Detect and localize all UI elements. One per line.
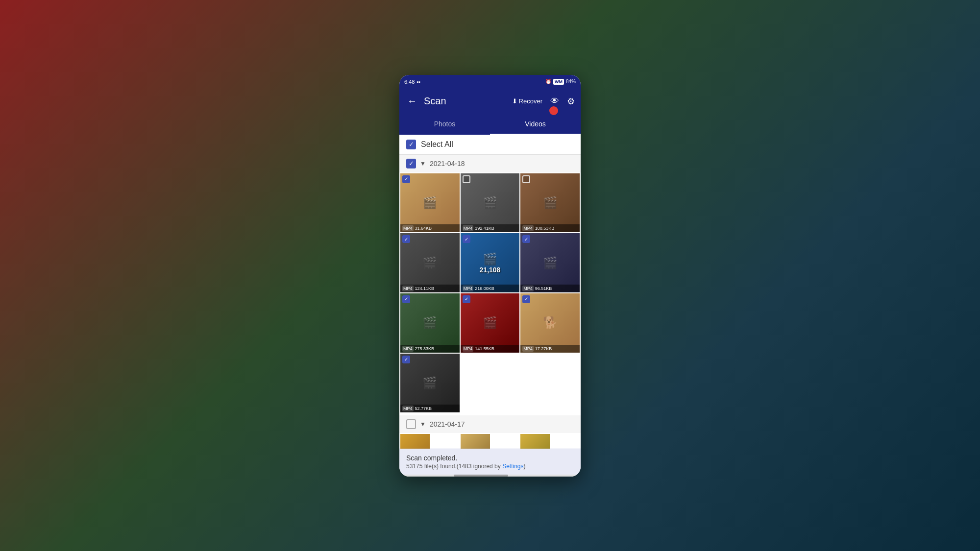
video-info-3: MP4 124.11KB (400, 285, 460, 292)
video-info-9: MP4 52.77KB (400, 405, 460, 412)
video-info-5: MP4 96.51KB (520, 285, 580, 292)
time-display: 6:48 (404, 79, 415, 85)
video-type-6: MP4 (402, 346, 414, 352)
video-type-8: MP4 (522, 346, 534, 352)
video-info-0: MP4 31.64KB (400, 224, 460, 232)
scroll-bar (454, 475, 508, 477)
video-checkbox-2[interactable] (522, 175, 530, 183)
video-type-3: MP4 (402, 286, 414, 291)
tab-bar: Photos Videos (399, 114, 581, 135)
select-all-label: Select All (421, 140, 453, 149)
video-thumb-5[interactable]: 🎬 MP4 96.51KB (520, 233, 580, 292)
video-info-6: MP4 275.33KB (400, 345, 460, 353)
scroll-indicator (399, 475, 581, 477)
video-grid-0: 🎬 MP4 31.64KB 🎬 MP4 192.41KB (399, 172, 581, 414)
recover-button[interactable]: ⬇ Recover (512, 97, 542, 105)
video-checkbox-8[interactable] (522, 295, 530, 303)
tab-photos[interactable]: Photos (399, 114, 490, 135)
video-info-8: MP4 17.27KB (520, 345, 580, 353)
chevron-down-icon-0: ▼ (420, 160, 426, 167)
video-type-5: MP4 (522, 286, 534, 291)
date-group-header-1[interactable]: ▼ 2021-04-17 (399, 415, 581, 433)
video-type-1: MP4 (463, 225, 474, 231)
video-thumb-2[interactable]: 🎬 MP4 100.53KB (520, 173, 580, 233)
video-checkbox-4[interactable] (463, 235, 470, 243)
video-thumb-0[interactable]: 🎬 MP4 31.64KB (400, 173, 460, 233)
film-icon-8: 🐕 (543, 316, 558, 330)
video-checkbox-0[interactable] (402, 175, 410, 183)
wifi-icon: WM (553, 79, 564, 85)
video-grid-1 (399, 433, 581, 448)
app-header: ← Scan ⬇ Recover 👁 ⚙ (399, 89, 581, 114)
date-label-0: 2021-04-18 (430, 160, 465, 168)
video-thumb-1[interactable]: 🎬 MP4 192.41KB (461, 173, 520, 233)
date-group-header-0[interactable]: ▼ 2021-04-18 (399, 155, 581, 172)
film-icon-2: 🎬 (543, 196, 558, 210)
tab-photos-label: Photos (434, 120, 456, 128)
film-icon-1: 🎬 (483, 196, 497, 210)
film-icon-9: 🎬 (422, 376, 437, 390)
scan-desc-prefix: 53175 file(s) found.(1483 ignored by (406, 463, 502, 470)
video-thumb-4[interactable]: 🎬 21,108 MP4 216.00KB (461, 233, 520, 292)
video-count-label: 21,108 (480, 266, 501, 274)
settings-link[interactable]: Settings (502, 463, 523, 470)
video-size-9: 52.77KB (415, 406, 432, 411)
video-size-5: 96.51KB (535, 286, 552, 291)
date-group-checkbox-1[interactable] (406, 419, 416, 429)
recover-icon: ⬇ (512, 97, 517, 105)
video-checkbox-9[interactable] (402, 356, 410, 363)
gear-icon[interactable]: ⚙ (567, 96, 575, 107)
video-size-8: 17.27KB (535, 346, 552, 351)
video-thumb-partial-1[interactable] (461, 434, 490, 448)
video-thumb-partial-0[interactable] (400, 434, 430, 448)
chevron-down-icon-1: ▼ (420, 421, 426, 428)
video-size-2: 100.53KB (535, 226, 555, 231)
video-size-6: 275.33KB (415, 346, 435, 351)
video-checkbox-6[interactable] (402, 295, 410, 303)
video-checkbox-5[interactable] (522, 235, 530, 243)
video-info-4: MP4 216.00KB (461, 285, 520, 292)
signal-icon: ▪▪ (416, 79, 420, 85)
film-icon-0: 🎬 (422, 196, 437, 210)
video-size-1: 192.41KB (475, 226, 494, 231)
back-button[interactable]: ← (405, 94, 419, 109)
page-title: Scan (424, 96, 507, 107)
select-all-row: Select All (399, 135, 581, 155)
status-bar: 6:48 ▪▪ ⏰ WM 84% (399, 75, 581, 89)
eye-icon[interactable]: 👁 (550, 96, 559, 106)
phone-container: 6:48 ▪▪ ⏰ WM 84% ← Scan ⬇ Recover 👁 ⚙ Ph… (399, 75, 581, 477)
recover-label: Recover (519, 97, 542, 105)
video-size-7: 141.55KB (475, 346, 494, 351)
scan-desc-suffix: ) (524, 463, 526, 470)
tab-videos[interactable]: Videos (490, 114, 581, 135)
film-icon-3: 🎬 (422, 256, 437, 270)
select-all-checkbox[interactable] (406, 140, 416, 149)
scan-completed-title: Scan completed. (406, 454, 574, 462)
video-thumb-9[interactable]: 🎬 MP4 52.77KB (400, 354, 460, 413)
video-checkbox-1[interactable] (463, 175, 470, 183)
video-thumb-bg-p2 (520, 434, 550, 448)
video-thumb-bg-p0 (400, 434, 430, 448)
video-type-4: MP4 (463, 286, 474, 291)
video-thumb-7[interactable]: 🎬 MP4 141.55KB (461, 293, 520, 353)
video-thumb-6[interactable]: 🎬 MP4 275.33KB (400, 293, 460, 353)
film-icon-5: 🎬 (543, 256, 558, 270)
film-icon-4: 🎬 (483, 252, 497, 266)
video-checkbox-3[interactable] (402, 235, 410, 243)
video-info-1: MP4 192.41KB (461, 224, 520, 232)
scan-completed-bar: Scan completed. 53175 file(s) found.(148… (399, 449, 581, 475)
notification-badge (549, 106, 558, 115)
video-checkbox-7[interactable] (463, 295, 470, 303)
video-thumb-partial-2[interactable] (520, 434, 550, 448)
video-thumb-8[interactable]: 🐕 MP4 17.27KB (520, 293, 580, 353)
video-thumb-3[interactable]: 🎬 MP4 124.11KB (400, 233, 460, 292)
date-group-checkbox-0[interactable] (406, 159, 416, 168)
film-icon-6: 🎬 (422, 316, 437, 330)
date-label-1: 2021-04-17 (430, 420, 465, 428)
header-actions: ⬇ Recover 👁 ⚙ (512, 96, 575, 107)
video-type-2: MP4 (522, 225, 534, 231)
status-left: 6:48 ▪▪ (404, 79, 420, 85)
video-size-4: 216.00KB (475, 286, 494, 291)
tab-videos-label: Videos (525, 120, 546, 128)
video-type-9: MP4 (402, 406, 414, 411)
